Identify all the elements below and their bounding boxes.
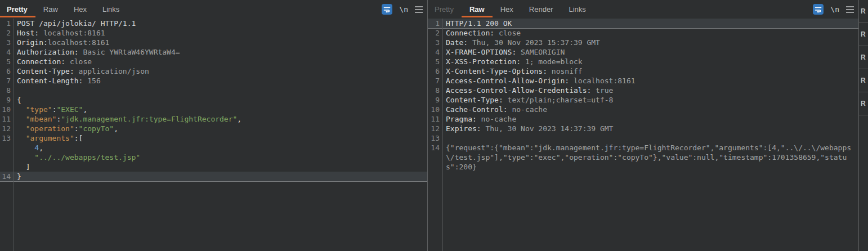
line-text: "operation":"copyTo",: [14, 124, 427, 133]
code-line[interactable]: 3Origin:localhost:8161: [0, 38, 427, 47]
code-line[interactable]: 13: [428, 133, 858, 143]
line-number: 13: [0, 133, 14, 143]
gutter-divider: [14, 19, 14, 251]
editor-menu-icon[interactable]: [415, 5, 423, 14]
line-text: [442, 133, 858, 143]
line-number: 4: [0, 47, 14, 57]
tab-hex[interactable]: Hex: [493, 0, 521, 19]
response-pane: PrettyRawHexRenderLinks \n 1HTTP/1.1 200…: [428, 0, 858, 251]
editor-menu-icon[interactable]: [846, 5, 854, 14]
code-line[interactable]: ]: [0, 162, 427, 172]
line-text: }: [14, 172, 427, 181]
word-wrap-toggle-button[interactable]: [813, 4, 824, 15]
inspector-collapsed-panel: RRRRR: [859, 0, 868, 251]
code-line[interactable]: 9{: [0, 95, 427, 105]
line-text: "mbean":"jdk.management.jfr:type=FlightR…: [14, 114, 427, 124]
code-line[interactable]: 7Access-Control-Allow-Origin: localhost:…: [428, 76, 858, 86]
line-text: "type":"EXEC",: [14, 105, 427, 114]
inspector-section[interactable]: R: [859, 0, 868, 23]
code-line[interactable]: 13 "arguments":[: [0, 133, 427, 143]
line-number: 8: [0, 86, 14, 95]
word-wrap-icon: [383, 6, 391, 13]
tab-pretty[interactable]: Pretty: [0, 0, 35, 19]
inspector-section[interactable]: R: [859, 92, 868, 115]
line-number: 5: [0, 57, 14, 66]
code-line[interactable]: 5Connection: close: [0, 57, 427, 66]
code-line[interactable]: 2Host: localhost:8161: [0, 28, 427, 38]
tab-render[interactable]: Render: [521, 0, 561, 19]
tab-pretty: Pretty: [428, 0, 462, 19]
http-message-editor: PrettyRawHexLinks \n 1POST /api/jolokia/…: [0, 0, 868, 251]
line-text: Origin:localhost:8161: [14, 38, 427, 47]
tab-raw[interactable]: Raw: [35, 0, 66, 19]
code-line[interactable]: 6X-Content-Type-Options: nosniff: [428, 66, 858, 76]
line-text: X-Content-Type-Options: nosniff: [442, 66, 858, 76]
request-pane: PrettyRawHexLinks \n 1POST /api/jolokia/…: [0, 0, 427, 251]
line-number: [0, 153, 14, 162]
line-text: [14, 86, 427, 95]
word-wrap-toggle-button[interactable]: [382, 4, 392, 15]
line-text: Cache-Control: no-cache: [442, 105, 858, 114]
line-number: 1: [428, 19, 442, 28]
line-number: 7: [428, 76, 442, 86]
line-number: 6: [0, 66, 14, 76]
newline-display-toggle[interactable]: \n: [830, 5, 839, 14]
code-line[interactable]: 1HTTP/1.1 200 OK: [428, 19, 858, 28]
code-line[interactable]: 3Date: Thu, 30 Nov 2023 15:37:39 GMT: [428, 38, 858, 47]
inspector-section[interactable]: R: [859, 23, 868, 46]
line-number: 2: [0, 28, 14, 38]
code-line[interactable]: 2Connection: close: [428, 28, 858, 38]
code-line[interactable]: 8Access-Control-Allow-Credentials: true: [428, 86, 858, 95]
code-line[interactable]: 4X-FRAME-OPTIONS: SAMEORIGIN: [428, 47, 858, 57]
response-tabs: PrettyRawHexRenderLinks: [428, 0, 594, 19]
code-line[interactable]: 8: [0, 86, 427, 95]
gutter-divider: [442, 19, 443, 251]
line-text: X-FRAME-OPTIONS: SAMEORIGIN: [442, 47, 858, 57]
line-text: Content-Type: application/json: [14, 66, 427, 76]
response-code-area[interactable]: 1HTTP/1.1 200 OK2Connection: close3Date:…: [428, 19, 858, 251]
code-line[interactable]: 5X-XSS-Protection: 1; mode=block: [428, 57, 858, 66]
line-number: 14: [0, 172, 14, 181]
line-number: 12: [0, 124, 14, 133]
code-line[interactable]: 14{"request":{"mbean":"jdk.management.jf…: [428, 143, 858, 172]
request-code-area[interactable]: 1POST /api/jolokia/ HTTP/1.12Host: local…: [0, 19, 427, 251]
code-line[interactable]: 12Expires: Thu, 30 Nov 2023 14:37:39 GMT: [428, 124, 858, 133]
line-number: [0, 143, 14, 153]
code-line[interactable]: 14}: [0, 172, 427, 181]
code-line[interactable]: 11Pragma: no-cache: [428, 114, 858, 124]
request-tabbar: PrettyRawHexLinks \n: [0, 0, 427, 19]
tab-links[interactable]: Links: [95, 0, 127, 19]
line-text: HTTP/1.1 200 OK: [442, 19, 858, 28]
line-text: Access-Control-Allow-Credentials: true: [442, 86, 858, 95]
inspector-section[interactable]: R: [859, 46, 868, 69]
line-number: 11: [0, 114, 14, 124]
line-text: "arguments":[: [14, 133, 427, 143]
line-number: 4: [428, 47, 442, 57]
code-line[interactable]: 6Content-Type: application/json: [0, 66, 427, 76]
line-number: 11: [428, 114, 442, 124]
code-line[interactable]: 10Cache-Control: no-cache: [428, 105, 858, 114]
code-line[interactable]: "../../webapps/test.jsp": [0, 153, 427, 162]
request-tabs: PrettyRawHexLinks: [0, 0, 127, 19]
response-toolbar: \n: [813, 4, 858, 15]
tab-hex[interactable]: Hex: [66, 0, 95, 19]
code-line[interactable]: 10 "type":"EXEC",: [0, 105, 427, 114]
code-line[interactable]: 4,: [0, 143, 427, 153]
code-line[interactable]: 4Authorization: Basic YWRtaW46YWRtaW4=: [0, 47, 427, 57]
inspector-section[interactable]: R: [859, 69, 868, 92]
tab-raw[interactable]: Raw: [462, 0, 493, 19]
newline-display-toggle[interactable]: \n: [399, 5, 408, 14]
line-number: 3: [428, 38, 442, 47]
code-line[interactable]: 11 "mbean":"jdk.management.jfr:type=Flig…: [0, 114, 427, 124]
code-line[interactable]: 7Content-Length: 156: [0, 76, 427, 86]
code-line[interactable]: 9Content-Type: text/plain;charset=utf-8: [428, 95, 858, 105]
tab-links[interactable]: Links: [561, 0, 593, 19]
line-text: Access-Control-Allow-Origin: localhost:8…: [442, 76, 858, 86]
line-number: 3: [0, 38, 14, 47]
line-text: Host: localhost:8161: [14, 28, 427, 38]
line-text: 4,: [14, 143, 427, 153]
code-line[interactable]: 1POST /api/jolokia/ HTTP/1.1: [0, 19, 427, 28]
line-text: {"request":{"mbean":"jdk.management.jfr:…: [442, 143, 858, 172]
code-line[interactable]: 12 "operation":"copyTo",: [0, 124, 427, 133]
line-text: ]: [14, 162, 427, 172]
